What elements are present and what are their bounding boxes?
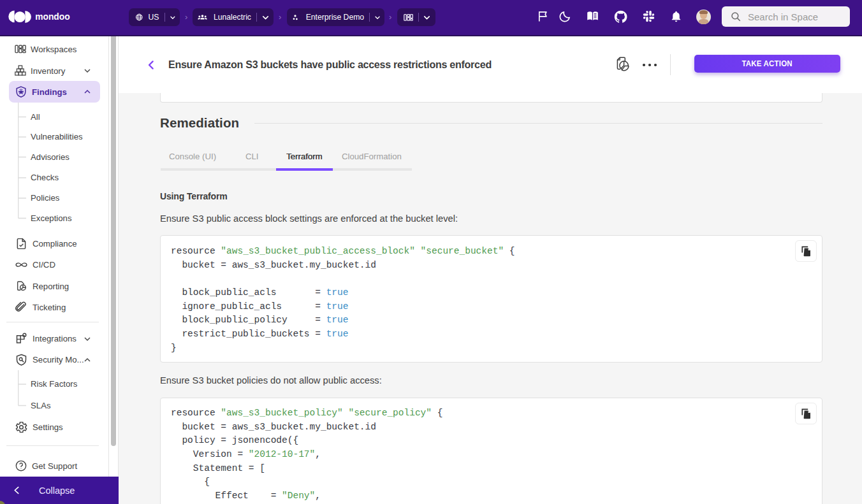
svg-text:mondoo: mondoo: [35, 11, 69, 22]
